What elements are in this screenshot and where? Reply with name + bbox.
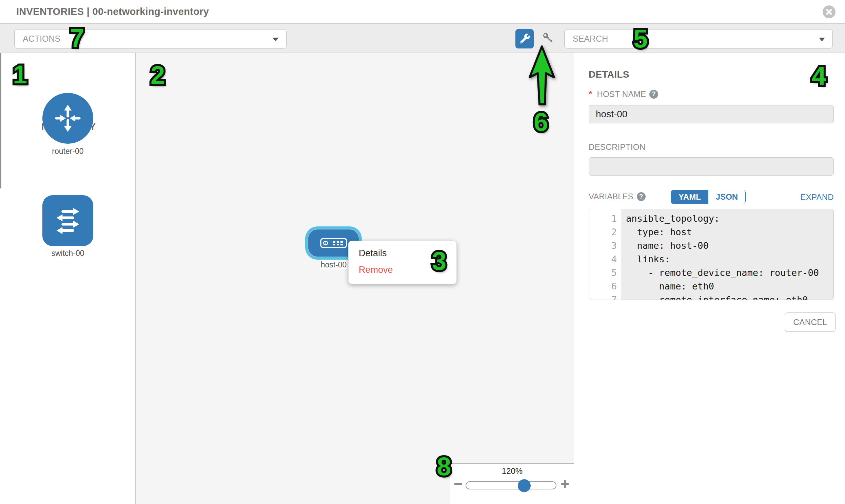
- search-placeholder: SEARCH: [573, 34, 608, 44]
- required-marker: *: [589, 89, 592, 99]
- close-icon: [825, 8, 833, 16]
- variables-label-text: VARIABLES: [589, 192, 633, 201]
- line-number: 5: [589, 266, 621, 280]
- code-line: links:: [626, 252, 833, 266]
- line-number: 7: [589, 293, 621, 300]
- variables-format-toggle: YAML JSON: [671, 190, 746, 204]
- annotation-4: 4: [812, 63, 826, 89]
- actions-dropdown[interactable]: ACTIONS: [14, 29, 286, 49]
- actions-dropdown-label: ACTIONS: [23, 34, 60, 44]
- expand-link[interactable]: EXPAND: [800, 193, 834, 202]
- annotation-3: 3: [432, 248, 446, 274]
- annotation-arrow-up: [526, 45, 558, 108]
- annotation-5: 5: [633, 26, 648, 52]
- annotation-1: 1: [13, 62, 27, 87]
- chevron-down-icon: [819, 38, 825, 41]
- host-node-label: host-00: [320, 260, 347, 269]
- palette-item-router[interactable]: [42, 93, 93, 144]
- header-bar: INVENTORIES | 00-networking-inventory: [0, 0, 845, 24]
- code-line: remote_interface_name: eth0: [626, 293, 833, 300]
- palette-item-switch[interactable]: [42, 195, 93, 246]
- details-panel: DETAILS * HOST NAME ? host-00 DESCRIPTIO…: [575, 53, 845, 504]
- annotation-2: 2: [151, 62, 165, 88]
- description-label: DESCRIPTION: [589, 142, 645, 152]
- line-number: 3: [589, 239, 621, 252]
- zoom-control-panel: 120% − +: [450, 463, 574, 504]
- variables-code-editor[interactable]: 1 2 3 4 5 6 7 ansible_topology: type: ho…: [589, 209, 834, 300]
- host-server-icon: [320, 238, 347, 248]
- host-name-value: host-00: [596, 109, 627, 120]
- line-number: 2: [589, 226, 621, 239]
- variables-row: VARIABLES ? YAML JSON EXPAND: [589, 190, 834, 205]
- editor-gutter: 1 2 3 4 5 6 7: [589, 209, 622, 300]
- host-name-input[interactable]: host-00: [589, 105, 834, 123]
- line-number: 1: [589, 212, 621, 226]
- search-dropdown[interactable]: SEARCH: [564, 29, 833, 49]
- host-name-label: * HOST NAME ?: [589, 89, 658, 99]
- annotation-6: 6: [534, 109, 548, 135]
- help-icon[interactable]: ?: [637, 192, 646, 201]
- help-icon[interactable]: ?: [649, 90, 658, 98]
- description-label-text: DESCRIPTION: [589, 142, 645, 152]
- host-name-label-text: HOST NAME: [597, 89, 646, 99]
- code-line: ansible_topology:: [626, 212, 833, 226]
- zoom-slider-handle[interactable]: [518, 479, 531, 492]
- palette-item-label: router-00: [0, 147, 136, 156]
- chevron-down-icon: [272, 38, 279, 41]
- wrench-icon: [519, 33, 530, 45]
- annotation-7: 7: [70, 25, 84, 51]
- editor-code-area[interactable]: ansible_topology: type: host name: host-…: [622, 209, 833, 300]
- description-input[interactable]: [589, 157, 834, 176]
- line-number: 6: [589, 280, 621, 293]
- zoom-in-button[interactable]: +: [561, 476, 569, 491]
- tab-json[interactable]: JSON: [708, 190, 745, 204]
- tab-yaml[interactable]: YAML: [671, 190, 708, 204]
- sidebar-edge-strip: [0, 53, 1, 188]
- details-panel-title: DETAILS: [589, 69, 629, 80]
- cancel-button[interactable]: CANCEL: [785, 312, 835, 332]
- code-line: type: host: [626, 226, 833, 239]
- code-line: name: host-00: [626, 239, 833, 252]
- code-line: - remote_device_name: router-00: [626, 266, 833, 280]
- variables-label: VARIABLES ?: [589, 192, 646, 201]
- close-button[interactable]: [823, 5, 835, 18]
- code-line: name: eth0: [626, 280, 833, 293]
- zoom-level-value: 120%: [450, 466, 574, 476]
- palette-item-label: switch-00: [0, 249, 136, 258]
- annotation-8: 8: [437, 453, 451, 479]
- page-title: INVENTORIES | 00-networking-inventory: [16, 6, 209, 17]
- line-number: 4: [589, 252, 621, 266]
- zoom-out-button[interactable]: −: [454, 476, 462, 491]
- switch-icon: [51, 204, 85, 238]
- toolbar: ACTIONS SEARCH: [0, 24, 845, 53]
- zoom-slider-track[interactable]: [465, 481, 557, 489]
- router-icon: [52, 102, 84, 134]
- inventory-topology-app: INVENTORIES | 00-networking-inventory AC…: [0, 0, 845, 504]
